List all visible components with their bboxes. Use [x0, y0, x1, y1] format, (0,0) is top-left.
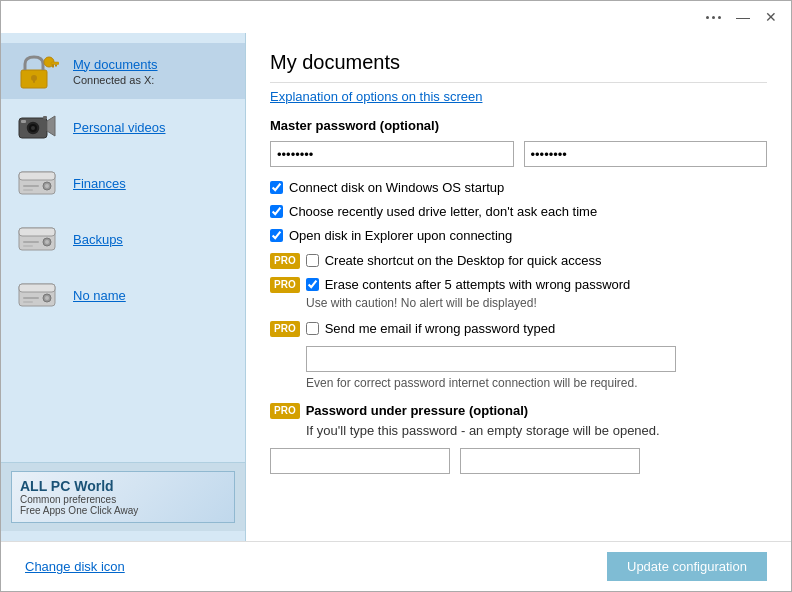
option-text-2: Choose recently used drive letter, don't…	[289, 203, 597, 221]
help-link[interactable]: Explanation of options on this screen	[270, 89, 482, 104]
svg-marker-12	[47, 116, 55, 136]
sidebar-link-my-documents[interactable]: My documents	[73, 57, 158, 72]
right-panel: My documents Explanation of options on t…	[246, 33, 791, 541]
sidebar-label-backups: Backups	[73, 232, 123, 247]
sidebar-item-no-name[interactable]: No name	[1, 267, 245, 323]
sidebar-label-finances: Finances	[73, 176, 126, 191]
watermark-sub2: Free Apps One Click Away	[20, 505, 226, 516]
svg-rect-4	[52, 65, 54, 68]
checkbox-erase-contents[interactable]	[306, 278, 319, 291]
title-bar-controls: — ✕	[700, 7, 783, 27]
update-configuration-button[interactable]: Update configuration	[607, 552, 767, 581]
pressure-section: PRO Password under pressure (optional) I…	[270, 402, 767, 474]
checkbox-email[interactable]	[306, 322, 319, 335]
sidebar-item-personal-videos[interactable]: Personal videos	[1, 99, 245, 155]
option-row-6: PRO Send me email if wrong password type…	[270, 320, 767, 338]
pressure-sub-text: If you'll type this password - an empty …	[306, 423, 767, 438]
dot1	[706, 16, 709, 19]
email-input-row	[306, 346, 767, 372]
svg-rect-2	[51, 62, 59, 65]
master-password-input-1[interactable]	[270, 141, 514, 167]
pressure-inputs-row	[270, 448, 767, 474]
sidebar-footer: ALL PC World Common preferences Free App…	[1, 462, 245, 531]
hdd-icon-backups	[13, 219, 61, 259]
hdd-icon-no-name	[13, 275, 61, 315]
main-content: My documents Connected as X:	[1, 33, 791, 541]
svg-rect-21	[19, 228, 55, 236]
sidebar-label-personal-videos: Personal videos	[73, 120, 166, 135]
sidebar-link-personal-videos[interactable]: Personal videos	[73, 120, 166, 135]
change-disk-icon-link[interactable]: Change disk icon	[25, 559, 125, 574]
watermark: ALL PC World Common preferences Free App…	[11, 471, 235, 523]
svg-rect-3	[55, 65, 57, 67]
checkbox-connect-disk[interactable]	[270, 181, 283, 194]
menu-dots-button[interactable]	[700, 12, 727, 23]
minimize-button[interactable]: —	[731, 7, 755, 27]
pro-badge-pressure: PRO	[270, 403, 300, 419]
svg-point-23	[45, 240, 49, 244]
pressure-label: PRO Password under pressure (optional)	[270, 402, 767, 419]
sidebar-sub-my-documents: Connected as X:	[73, 74, 158, 86]
email-note: Even for correct password internet conne…	[306, 376, 767, 390]
svg-rect-30	[23, 297, 39, 299]
svg-point-10	[31, 126, 35, 130]
sidebar-link-finances[interactable]: Finances	[73, 176, 126, 191]
dot2	[712, 16, 715, 19]
watermark-sub1: Common preferences	[20, 494, 226, 505]
option-text-6: Send me email if wrong password typed	[325, 320, 556, 338]
sidebar-label-my-documents: My documents Connected as X:	[73, 57, 158, 86]
title-bar: — ✕	[1, 1, 791, 33]
svg-point-29	[45, 296, 49, 300]
page-title: My documents	[270, 51, 767, 83]
svg-rect-19	[23, 189, 33, 191]
svg-rect-31	[23, 301, 33, 303]
password-inputs-row	[270, 141, 767, 167]
svg-rect-27	[19, 284, 55, 292]
svg-rect-6	[33, 79, 35, 83]
option-text-4: Create shortcut on the Desktop for quick…	[325, 252, 602, 270]
option-row-4: PRO Create shortcut on the Desktop for q…	[270, 252, 767, 270]
sidebar: My documents Connected as X:	[1, 33, 246, 541]
checkbox-open-explorer[interactable]	[270, 229, 283, 242]
option-row-5: PRO Erase contents after 5 attempts with…	[270, 276, 767, 294]
svg-rect-24	[23, 241, 39, 243]
lock-icon	[13, 51, 61, 91]
main-window: — ✕	[0, 0, 792, 592]
pro-badge-4: PRO	[270, 253, 300, 269]
sidebar-item-backups[interactable]: Backups	[1, 211, 245, 267]
option-text-5: Erase contents after 5 attempts with wro…	[325, 276, 631, 294]
svg-rect-25	[23, 245, 33, 247]
option-subtext-5: Use with caution! No alert will be displ…	[306, 296, 767, 310]
pro-badge-5: PRO	[270, 277, 300, 293]
checkbox-drive-letter[interactable]	[270, 205, 283, 218]
pro-badge-6: PRO	[270, 321, 300, 337]
option-text-3: Open disk in Explorer upon connecting	[289, 227, 512, 245]
svg-rect-15	[19, 172, 55, 180]
pressure-password-input-1[interactable]	[270, 448, 450, 474]
pressure-label-text: Password under pressure (optional)	[306, 403, 529, 418]
email-input[interactable]	[306, 346, 676, 372]
svg-rect-11	[43, 116, 47, 119]
svg-rect-18	[23, 185, 39, 187]
camera-icon	[13, 107, 61, 147]
sidebar-item-finances[interactable]: Finances	[1, 155, 245, 211]
hdd-icon-finances	[13, 163, 61, 203]
sidebar-item-my-documents[interactable]: My documents Connected as X:	[1, 43, 245, 99]
sidebar-link-backups[interactable]: Backups	[73, 232, 123, 247]
option-row-3: Open disk in Explorer upon connecting	[270, 227, 767, 245]
pressure-password-input-2[interactable]	[460, 448, 640, 474]
close-button[interactable]: ✕	[759, 7, 783, 27]
master-password-input-2[interactable]	[524, 141, 768, 167]
footer-bar: Change disk icon Update configuration	[1, 541, 791, 591]
master-password-label: Master password (optional)	[270, 118, 767, 133]
option-row-1: Connect disk on Windows OS startup	[270, 179, 767, 197]
checkbox-shortcut[interactable]	[306, 254, 319, 267]
option-row-2: Choose recently used drive letter, don't…	[270, 203, 767, 221]
svg-rect-13	[21, 120, 26, 123]
option-text-1: Connect disk on Windows OS startup	[289, 179, 504, 197]
sidebar-label-no-name: No name	[73, 288, 126, 303]
sidebar-link-no-name[interactable]: No name	[73, 288, 126, 303]
svg-point-17	[45, 184, 49, 188]
options-list: Connect disk on Windows OS startup Choos…	[270, 179, 767, 338]
watermark-title: ALL PC World	[20, 478, 226, 494]
